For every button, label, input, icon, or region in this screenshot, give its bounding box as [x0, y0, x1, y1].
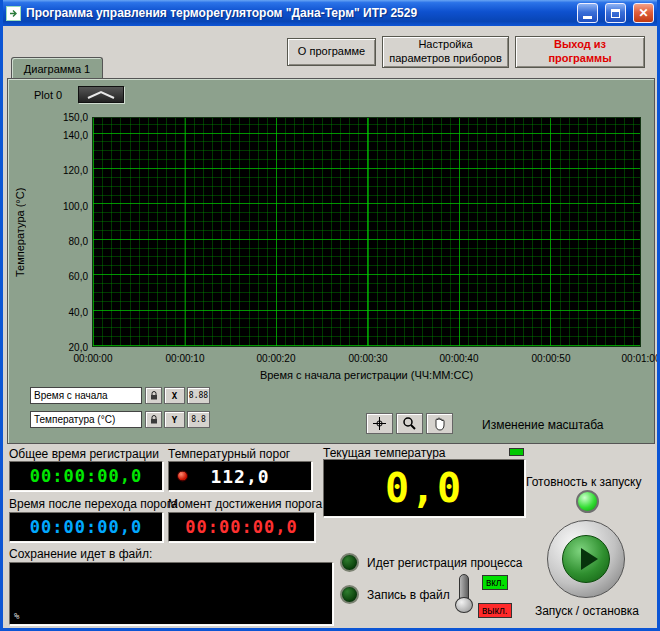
y-tick: 20,0 — [12, 342, 88, 353]
x-tick: 00:01:00 — [605, 353, 660, 364]
y-scale-lock-button[interactable] — [145, 411, 162, 428]
ready-led-icon — [576, 490, 599, 513]
about-button[interactable]: О программе — [287, 38, 376, 66]
threshold-led-icon — [177, 471, 188, 482]
x-tick: 00:00:40 — [423, 353, 495, 364]
toggle-knob[interactable] — [455, 597, 473, 613]
time-after-threshold-display: 00:00:00,0 — [9, 512, 163, 542]
close-button[interactable]: ✕ — [633, 3, 654, 23]
x-format-button[interactable]: 8.88 — [187, 387, 210, 404]
current-temp-display: 0,0 — [323, 459, 525, 517]
minimize-icon — [583, 16, 592, 19]
threshold-display[interactable]: 112,0 — [168, 461, 312, 491]
x-autoscale-button[interactable]: X — [164, 387, 185, 404]
pan-tool-button[interactable] — [426, 413, 453, 434]
y-tick: 140,0 — [12, 130, 88, 141]
y-tick: 150,0 — [12, 112, 88, 123]
save-file-path-display: % — [9, 562, 333, 625]
save-file-label: Сохранение идет в файл: — [9, 547, 152, 561]
switch-on-chip: вкл. — [482, 575, 508, 590]
current-temp-label: Текущая температура — [323, 446, 445, 460]
threshold-moment-label: Момент достижения порога — [168, 497, 322, 511]
write-file-led-icon — [340, 585, 359, 604]
registration-label: Идет регистрация процесса — [367, 556, 522, 570]
app-icon — [6, 6, 21, 21]
graph-palette — [366, 413, 453, 434]
y-tick: 100,0 — [12, 201, 88, 212]
threshold-label: Температурный порог — [168, 447, 290, 461]
file-path-cursor: % — [14, 611, 19, 621]
lock-icon — [149, 414, 159, 425]
x-scale-lock-button[interactable] — [145, 387, 162, 404]
switch-off-chip: выкл. — [478, 603, 512, 618]
limit-indicator — [509, 448, 524, 456]
window-title: Программа управления терморегулятором "Д… — [26, 6, 570, 20]
app-window: Программа управления терморегулятором "Д… — [0, 0, 660, 631]
y-format-button[interactable]: 8.8 — [187, 411, 210, 428]
write-file-label: Запись в файл — [367, 588, 450, 602]
client-area: О программе Настройка параметров приборо… — [3, 26, 657, 628]
palette-hint-label: Изменение масштаба — [482, 418, 604, 432]
y-scale-name-box[interactable]: Температура (°C) — [30, 411, 142, 428]
x-tick: 00:00:10 — [149, 353, 221, 364]
chart-panel: Plot 0 Температура (°C) 150,0 140,0 120,… — [7, 78, 655, 444]
magnifier-icon — [402, 416, 417, 431]
y-tick: 40,0 — [12, 307, 88, 318]
play-icon — [581, 548, 598, 570]
exit-button[interactable]: Выход из программы — [515, 36, 645, 68]
plot-area[interactable] — [92, 117, 641, 347]
hand-icon — [433, 416, 447, 431]
plot-line-icon — [84, 89, 118, 101]
zoom-tool-button[interactable] — [396, 413, 423, 434]
start-stop-button[interactable] — [547, 520, 625, 598]
x-axis-title: Время с начала регистрации (ЧЧ:ММ:СС) — [92, 369, 641, 381]
plot-line-swatch-button[interactable] — [78, 86, 124, 103]
x-tick: 00:00:30 — [332, 353, 404, 364]
threshold-moment-display: 00:00:00,0 — [168, 512, 315, 542]
tab-diagram-1[interactable]: Диаграмма 1 — [11, 57, 103, 79]
threshold-value: 112,0 — [210, 466, 269, 487]
crosshair-icon — [372, 416, 387, 431]
title-bar: Программа управления терморегулятором "Д… — [3, 0, 657, 26]
cursor-tool-button[interactable] — [366, 413, 393, 434]
total-time-label: Общее время регистрации — [9, 447, 159, 461]
settings-button[interactable]: Настройка параметров приборов — [382, 36, 509, 68]
lock-icon — [149, 390, 159, 401]
maximize-icon — [611, 9, 620, 18]
ready-label: Готовность к запуску — [526, 475, 641, 489]
x-tick: 00:00:00 — [57, 353, 129, 364]
y-tick: 80,0 — [12, 236, 88, 247]
y-tick: 60,0 — [12, 271, 88, 282]
file-write-toggle[interactable] — [453, 572, 475, 616]
x-tick: 00:00:20 — [240, 353, 312, 364]
close-icon: ✕ — [638, 7, 648, 19]
time-after-threshold-label: Время после перехода порога — [9, 497, 177, 511]
maximize-button[interactable] — [605, 3, 626, 23]
total-time-display: 00:00:00,0 — [9, 461, 163, 491]
start-button-face — [562, 535, 610, 583]
start-stop-label: Запуск / остановка — [521, 604, 653, 618]
registration-led-icon — [340, 553, 359, 572]
plot-legend-label: Plot 0 — [34, 89, 62, 101]
x-scale-name-box[interactable]: Время с начала — [30, 387, 142, 404]
y-autoscale-button[interactable]: Y — [164, 411, 185, 428]
minimize-button[interactable] — [577, 3, 598, 23]
x-tick: 00:00:50 — [515, 353, 587, 364]
y-tick: 120,0 — [12, 165, 88, 176]
